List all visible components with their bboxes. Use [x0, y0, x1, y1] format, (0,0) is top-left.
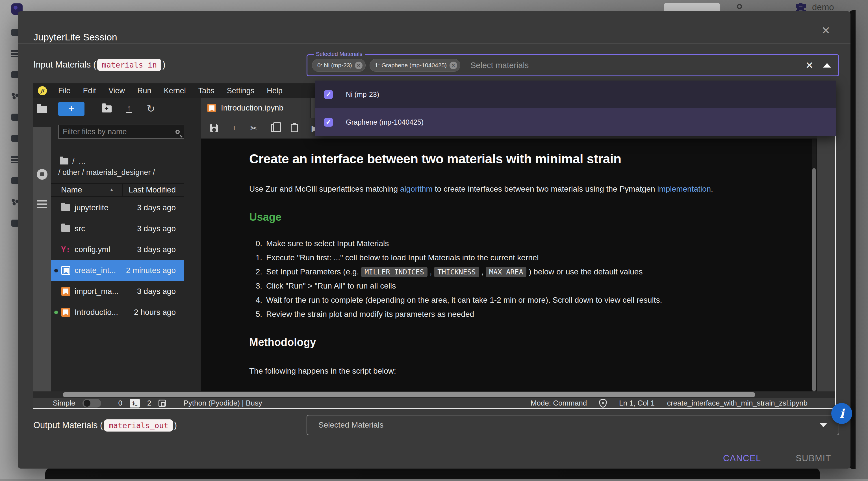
file-row[interactable]: Y: config.yml 3 days ago [51, 239, 184, 260]
running-kernels-icon[interactable] [37, 169, 48, 180]
filter-files-input[interactable] [58, 125, 184, 139]
menu-run[interactable]: Run [131, 87, 158, 95]
methodology-heading: Methodology [249, 336, 812, 349]
menu-help[interactable]: Help [260, 87, 289, 95]
background-panel-bottom [45, 468, 820, 481]
usage-item: 3.Click "Run" > "Run All" to run all cel… [249, 281, 812, 291]
submit-button[interactable]: SUBMIT [790, 450, 836, 467]
activity-bar-lower [33, 127, 51, 391]
material-chip[interactable]: 1: Graphene (mp-1040425) ✕ [370, 59, 461, 72]
terminal-icon[interactable]: $_ [130, 399, 140, 408]
menu-settings[interactable]: Settings [221, 87, 261, 95]
expand-dropdown-icon[interactable] [819, 423, 827, 427]
select-placeholder: Select materials [470, 61, 805, 70]
cursor-position: Ln 1, Col 1 [619, 399, 655, 408]
tab-introduction-ipynb[interactable]: Introduction.ipynb [201, 98, 311, 118]
upload-icon[interactable]: ↑ [126, 104, 132, 113]
algorithm-link[interactable]: algorithm [400, 184, 433, 193]
simple-mode-toggle[interactable] [83, 399, 101, 408]
menu-kernel[interactable]: Kernel [158, 87, 192, 95]
new-launcher-button[interactable]: + [58, 102, 85, 116]
kernel-status[interactable]: Python (Pyodide) | Busy [183, 399, 262, 408]
file-row[interactable]: jupyterlite 3 days ago [51, 197, 184, 218]
refresh-icon[interactable]: ↻ [147, 103, 155, 115]
menu-view[interactable]: View [102, 87, 131, 95]
thickness-code: THICKNESS [434, 267, 479, 277]
active-filename: create_interface_with_min_strain_zsl.ipy… [667, 399, 808, 408]
info-button[interactable]: i [831, 403, 852, 424]
collapse-dropdown-icon[interactable] [823, 63, 831, 67]
clear-selection-icon[interactable]: ✕ [806, 60, 814, 71]
usage-item: 4.Wait for the run to complete (dependin… [249, 296, 812, 305]
breadcrumb-path[interactable]: / other / materials_designer / [58, 168, 155, 177]
material-chip[interactable]: 0: Ni (mp-23) ✕ [312, 59, 366, 72]
chip-delete-icon[interactable]: ✕ [450, 62, 457, 69]
notebook-panel: Introduction.ipynb + ✂ ▶ Create an inter… [201, 98, 817, 391]
simple-mode-label: Simple [53, 399, 75, 408]
breadcrumb: / … [60, 157, 86, 166]
table-of-contents-icon[interactable] [37, 200, 47, 209]
field-legend: Selected Materials [314, 51, 365, 57]
folder-icon [61, 225, 70, 232]
usage-item: 1.Execute "Run first: ..." cell below to… [249, 253, 812, 262]
checkbox-checked-icon[interactable]: ✓ [324, 118, 333, 127]
selected-materials-field[interactable]: Selected Materials 0: Ni (mp-23) ✕ 1: Gr… [307, 54, 839, 76]
kernel-icon[interactable] [158, 400, 166, 407]
vertical-scrollbar [812, 139, 816, 391]
column-name[interactable]: Name [61, 185, 82, 194]
usage-list: 0.Make sure to select Input Materials 1.… [249, 239, 812, 319]
copy-icon[interactable] [271, 124, 277, 132]
material-option[interactable]: ✓ Ni (mp-23) [315, 81, 836, 108]
add-cell-icon[interactable]: + [232, 123, 237, 133]
column-last-modified[interactable]: Last Modified [129, 185, 176, 194]
file-browser-toolbar: + ↑ ↻ [51, 100, 201, 117]
new-folder-icon[interactable] [102, 106, 112, 113]
kernels-count: 2 [147, 399, 151, 408]
menu-tabs[interactable]: Tabs [192, 87, 221, 95]
miller-indices-code: MILLER_INDICES [361, 267, 428, 277]
trust-shield-icon[interactable]: ✕ [599, 399, 607, 408]
notebook-icon [61, 308, 70, 317]
home-folder-icon[interactable] [60, 158, 68, 164]
folder-icon [61, 204, 70, 211]
file-row[interactable]: Introductio... 2 hours ago [51, 302, 184, 323]
notebook-heading: Create an interface between two material… [249, 151, 812, 167]
material-option[interactable]: ✓ Graphene (mp-1040425) [315, 108, 836, 136]
menu-edit[interactable]: Edit [77, 87, 102, 95]
background-bottom-line [0, 479, 868, 481]
account-icon [796, 4, 799, 8]
save-icon[interactable] [210, 124, 218, 132]
output-materials-select[interactable]: Selected Materials [307, 415, 839, 435]
output-materials-label: Output Materials ( materials_out ) [33, 415, 177, 435]
paste-icon[interactable] [291, 124, 298, 132]
input-materials-label: Input Materials ( materials_in ) [33, 54, 165, 76]
methodology-intro: The following happens in the script belo… [249, 366, 812, 375]
usage-item: 2. Set Input Parameters (e.g. MILLER_IND… [249, 267, 812, 276]
right-sidebar-strip [817, 98, 836, 391]
terminals-count: 0 [118, 399, 122, 408]
implementation-link[interactable]: implementation [657, 184, 711, 193]
cancel-button[interactable]: CANCEL [718, 450, 766, 467]
usage-heading: Usage [249, 211, 812, 223]
kernel-running-dot [54, 310, 58, 314]
filter-files-field[interactable] [63, 127, 176, 136]
divider [18, 43, 850, 44]
notebook-content: Create an interface between two material… [201, 139, 812, 391]
dialog-actions: CANCEL SUBMIT [718, 450, 836, 467]
yaml-file-icon: Y: [61, 245, 71, 254]
jupyterlite-session-dialog: JupyterLite Session ✕ Input Materials ( … [18, 11, 850, 469]
file-row[interactable]: import_ma... 3 days ago [51, 281, 184, 302]
cut-icon[interactable]: ✂ [250, 123, 257, 133]
sort-ascending-icon[interactable]: ▲ [110, 187, 114, 193]
vertical-scrollbar-thumb[interactable] [812, 168, 816, 391]
chip-delete-icon[interactable]: ✕ [355, 62, 363, 69]
checkbox-checked-icon[interactable]: ✓ [324, 90, 333, 99]
search-icon [176, 130, 180, 134]
horizontal-scrollbar-thumb[interactable] [63, 392, 755, 397]
close-icon[interactable]: ✕ [818, 23, 834, 38]
file-browser-icon[interactable] [37, 106, 47, 113]
file-row[interactable]: src 3 days ago [51, 218, 184, 239]
breadcrumb-ellipsis[interactable]: … [79, 157, 86, 166]
file-row-selected[interactable]: create_int... 2 minutes ago [51, 260, 184, 281]
menu-file[interactable]: File [52, 87, 77, 95]
